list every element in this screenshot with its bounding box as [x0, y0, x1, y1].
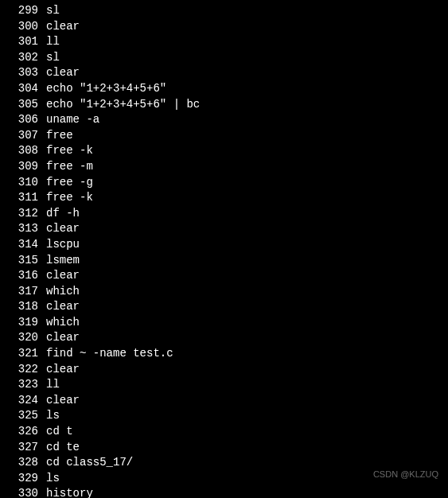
history-line: 313clear	[13, 221, 442, 237]
history-line-number: 301	[13, 34, 46, 50]
history-command: echo "1+2+3+4+5+6"	[46, 82, 166, 95]
history-line: 319which	[13, 315, 442, 331]
history-line-number: 304	[13, 81, 46, 97]
history-line: 309free -m	[13, 159, 442, 175]
history-line-number: 308	[13, 143, 46, 159]
history-line-number: 325	[13, 408, 46, 424]
history-command: free -k	[46, 191, 93, 204]
history-command: free -k	[46, 144, 93, 157]
history-line-number: 329	[13, 471, 46, 487]
history-line: 325ls	[13, 408, 442, 424]
history-command: df -h	[46, 207, 80, 220]
history-command: clear	[46, 394, 80, 407]
history-line-number: 299	[13, 3, 46, 19]
history-command: clear	[46, 363, 80, 375]
history-line: 327cd te	[13, 440, 442, 456]
history-line-number: 314	[13, 237, 46, 253]
history-line: 299sl	[13, 3, 442, 19]
history-line: 312df -h	[13, 206, 442, 222]
history-line: 321find ~ -name test.c	[13, 346, 442, 362]
history-command: which	[46, 316, 80, 329]
history-line-number: 328	[13, 455, 46, 471]
history-command: clear	[46, 66, 80, 79]
history-line-number: 319	[13, 315, 46, 331]
history-line: 308free -k	[13, 143, 442, 159]
history-line: 322clear	[13, 362, 442, 378]
history-line-number: 306	[13, 112, 46, 128]
history-line-number: 326	[13, 424, 46, 440]
history-line-number: 330	[13, 486, 46, 498]
history-line-number: 321	[13, 346, 46, 362]
history-command: ll	[46, 35, 60, 48]
history-line-number: 320	[13, 330, 46, 346]
history-command: free -g	[46, 176, 93, 189]
terminal-history: 299sl300clear301ll302sl303clear304echo "…	[6, 3, 442, 498]
history-command: ls	[46, 472, 60, 484]
history-line: 305echo "1+2+3+4+5+6" | bc	[13, 97, 442, 113]
history-line-number: 323	[13, 377, 46, 393]
history-command: clear	[46, 300, 80, 313]
history-command: lsmem	[46, 254, 80, 267]
history-line: 307free	[13, 128, 442, 144]
history-command: clear	[46, 222, 80, 235]
history-line: 326cd t	[13, 424, 442, 440]
history-command: cd class5_17/	[46, 456, 133, 469]
history-line: 301ll	[13, 34, 442, 50]
history-command: cd t	[46, 425, 73, 438]
history-command: clear	[46, 269, 80, 282]
history-line: 310free -g	[13, 175, 442, 191]
history-line: 323ll	[13, 377, 442, 393]
history-line: 300clear	[13, 19, 442, 35]
history-line: 304echo "1+2+3+4+5+6"	[13, 81, 442, 97]
history-line: 303clear	[13, 65, 442, 81]
history-command: free -m	[46, 160, 93, 173]
history-line: 302sl	[13, 50, 442, 66]
history-line-number: 302	[13, 50, 46, 66]
history-command: sl	[46, 4, 60, 17]
watermark-text: CSDN @KLZUQ	[373, 469, 438, 480]
history-line-number: 312	[13, 206, 46, 222]
history-command: clear	[46, 20, 80, 33]
history-command: ll	[46, 378, 60, 391]
history-command: lscpu	[46, 238, 80, 251]
history-line-number: 309	[13, 159, 46, 175]
history-command: cd te	[46, 441, 80, 453]
history-command: history	[46, 487, 93, 498]
history-line-number: 316	[13, 268, 46, 284]
history-line-number: 303	[13, 65, 46, 81]
history-line-number: 327	[13, 440, 46, 456]
history-command: uname -a	[46, 113, 99, 126]
history-command: clear	[46, 331, 80, 344]
history-line: 324clear	[13, 393, 442, 409]
history-line-number: 317	[13, 284, 46, 300]
history-line-number: 305	[13, 97, 46, 113]
history-line: 317which	[13, 284, 442, 300]
history-line-number: 318	[13, 299, 46, 315]
history-line: 330history	[13, 486, 442, 498]
history-line: 311free -k	[13, 190, 442, 206]
history-line: 306uname -a	[13, 112, 442, 128]
history-line-number: 315	[13, 253, 46, 269]
history-command: free	[46, 129, 73, 142]
history-line: 318clear	[13, 299, 442, 315]
history-line-number: 322	[13, 362, 46, 378]
history-line-number: 307	[13, 128, 46, 144]
history-line-number: 324	[13, 393, 46, 409]
history-line-number: 313	[13, 221, 46, 237]
history-line: 320clear	[13, 330, 442, 346]
history-line-number: 311	[13, 190, 46, 206]
history-command: find ~ -name test.c	[46, 347, 173, 360]
history-line: 314lscpu	[13, 237, 442, 253]
history-line: 316clear	[13, 268, 442, 284]
history-command: ls	[46, 409, 60, 422]
history-line: 315lsmem	[13, 253, 442, 269]
history-line-number: 310	[13, 175, 46, 191]
history-line-number: 300	[13, 19, 46, 35]
history-command: which	[46, 285, 80, 298]
history-command: sl	[46, 51, 60, 64]
history-command: echo "1+2+3+4+5+6" | bc	[46, 98, 200, 111]
